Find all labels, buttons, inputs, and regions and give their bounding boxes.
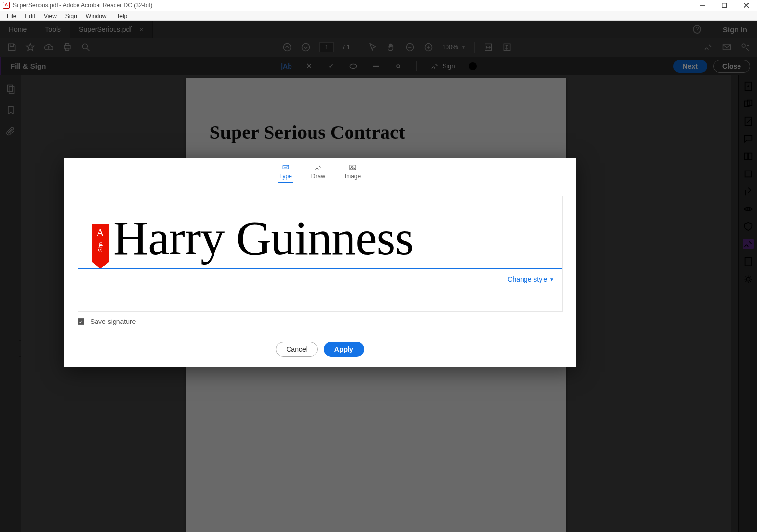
- maximize-button[interactable]: [713, 0, 735, 11]
- menu-help[interactable]: Help: [112, 12, 132, 20]
- sign-bookmark-icon: A Sign: [92, 224, 109, 262]
- menu-bar: File Edit View Sign Window Help: [0, 11, 757, 21]
- menu-file[interactable]: File: [3, 12, 20, 20]
- apply-button[interactable]: Apply: [324, 342, 364, 357]
- save-signature-label: Save signature: [90, 318, 136, 325]
- menu-view[interactable]: View: [40, 12, 60, 20]
- save-signature-checkbox[interactable]: ✓: [78, 318, 84, 325]
- change-style-button[interactable]: Change style ▼: [507, 275, 554, 283]
- signature-canvas[interactable]: A Sign Harry Guinness Change style ▼: [78, 196, 563, 312]
- cancel-button[interactable]: Cancel: [276, 342, 318, 357]
- signature-tab-image[interactable]: Image: [345, 164, 361, 180]
- menu-edit[interactable]: Edit: [21, 12, 39, 20]
- signature-dialog: Type Draw Image A Sign Harry Guinness Ch…: [64, 158, 576, 367]
- image-icon: [349, 164, 357, 171]
- menu-sign[interactable]: Sign: [61, 12, 81, 20]
- draw-icon: [314, 164, 323, 171]
- signature-tab-draw[interactable]: Draw: [311, 164, 325, 180]
- window-title: SuperSerious.pdf - Adobe Acrobat Reader …: [13, 2, 152, 9]
- menu-window[interactable]: Window: [82, 12, 111, 20]
- signature-tab-type[interactable]: Type: [279, 164, 292, 180]
- signature-text: Harry Guinness: [113, 194, 413, 282]
- svg-rect-1: [722, 3, 726, 8]
- title-bar: A SuperSerious.pdf - Adobe Acrobat Reade…: [0, 0, 757, 11]
- app-icon: A: [3, 2, 10, 9]
- signature-underline: [78, 268, 562, 269]
- close-window-button[interactable]: [735, 0, 757, 11]
- svg-rect-35: [283, 165, 289, 169]
- minimize-button[interactable]: [691, 0, 713, 11]
- keyboard-icon: [281, 164, 291, 171]
